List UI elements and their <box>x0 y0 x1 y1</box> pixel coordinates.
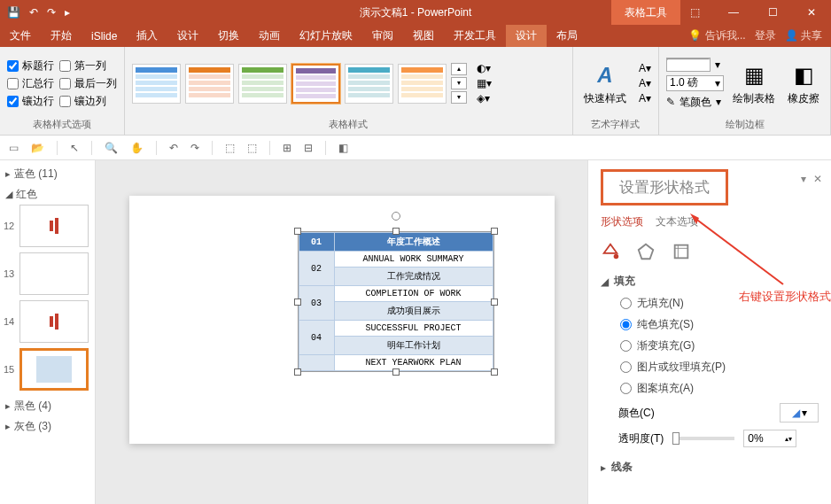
tb-new-icon[interactable]: ▭ <box>9 142 19 154</box>
draw-table-button[interactable]: ▦绘制表格 <box>729 59 779 108</box>
pen-color-dropdown[interactable]: ✎笔颜色▾ <box>666 95 724 110</box>
slide-thumb-12[interactable] <box>19 205 89 247</box>
login[interactable]: 登录 <box>755 28 776 43</box>
text-outline-dropdown[interactable]: A▾ <box>639 77 651 89</box>
size-props-icon[interactable] <box>672 242 691 261</box>
tb-open-icon[interactable]: 📂 <box>31 142 44 154</box>
tb-distribute-icon[interactable]: ⊟ <box>304 142 313 154</box>
tb-undo-icon[interactable]: ↶ <box>169 142 178 154</box>
tb-hand-icon[interactable]: ✋ <box>130 142 144 154</box>
cell-r7[interactable]: NEXT YEARWORK PLAN <box>334 355 493 371</box>
chk-header-row[interactable]: 标题行 <box>7 58 54 74</box>
section-line[interactable]: ▸ 线条 <box>601 460 819 475</box>
tb-zoom-icon[interactable]: 🔍 <box>105 142 118 154</box>
tab-table-layout[interactable]: 布局 <box>547 25 587 47</box>
tab-home[interactable]: 开始 <box>41 25 82 47</box>
table-object[interactable]: 01年度工作概述 02ANNUAL WORK SUMMARY 工作完成情况 03… <box>298 231 494 372</box>
tb-arrange-icon[interactable]: ◧ <box>338 142 348 154</box>
qat-start-icon[interactable]: ▸ <box>65 6 70 19</box>
pane-tab-text[interactable]: 文本选项 <box>656 214 698 229</box>
table-style-4[interactable] <box>291 64 340 104</box>
shading-dropdown[interactable]: ◐▾ <box>477 62 492 74</box>
quick-styles-button[interactable]: A 快速样式 <box>580 59 630 108</box>
tb-pointer-icon[interactable]: ↖ <box>70 142 79 154</box>
tb-ungroup-icon[interactable]: ⬚ <box>247 142 257 154</box>
cell-r1[interactable]: ANNUAL WORK SUMMARY <box>334 252 493 268</box>
table-style-6[interactable] <box>398 64 447 104</box>
qat-save-icon[interactable]: 💾 <box>7 6 20 19</box>
opt-pattern-fill[interactable]: 图案填充(A) <box>620 381 819 396</box>
qat-redo-icon[interactable]: ↷ <box>47 6 56 19</box>
resize-handle-se[interactable] <box>491 368 498 376</box>
qat-undo-icon[interactable]: ↶ <box>29 6 38 19</box>
resize-handle-w[interactable] <box>294 299 301 306</box>
effects-dropdown[interactable]: ◈▾ <box>477 92 492 105</box>
slide-thumb-13[interactable] <box>19 252 89 295</box>
tab-table-design[interactable]: 设计 <box>506 25 547 47</box>
table-style-1[interactable] <box>132 64 181 104</box>
text-fill-dropdown[interactable]: A▾ <box>639 62 651 74</box>
chk-first-col[interactable]: 第一列 <box>59 58 117 74</box>
chk-banded-cols[interactable]: 镶边列 <box>59 94 117 109</box>
rotate-handle[interactable] <box>392 212 400 221</box>
transparency-spinner[interactable]: 0%▴▾ <box>743 430 796 447</box>
resize-handle-sw[interactable] <box>294 368 301 376</box>
text-effects-dropdown[interactable]: A▾ <box>639 92 651 105</box>
table-style-2[interactable] <box>185 64 234 104</box>
slide-canvas[interactable]: 01年度工作概述 02ANNUAL WORK SUMMARY 工作完成情况 03… <box>129 196 555 444</box>
resize-handle-n[interactable] <box>392 228 400 235</box>
opt-solid-fill[interactable]: 纯色填充(S) <box>620 317 819 332</box>
slide-thumb-14[interactable] <box>19 300 89 343</box>
table-style-3[interactable] <box>238 64 287 104</box>
slide-canvas-area[interactable]: 01年度工作概述 02ANNUAL WORK SUMMARY 工作完成情况 03… <box>96 160 587 504</box>
resize-handle-s[interactable] <box>392 368 400 376</box>
chk-last-col[interactable]: 最后一列 <box>59 76 117 91</box>
category-blue[interactable]: ▸ 蓝色 (11) <box>4 164 91 184</box>
tab-slideshow[interactable]: 幻灯片放映 <box>290 25 362 47</box>
tab-review[interactable]: 审阅 <box>362 25 403 47</box>
section-fill[interactable]: ◢ 填充 <box>601 274 819 289</box>
cell-r2[interactable]: 工作完成情况 <box>334 268 493 286</box>
styles-next-icon[interactable]: ▾ <box>451 77 467 89</box>
fill-line-icon[interactable] <box>601 242 620 261</box>
eraser-button[interactable]: ◧橡皮擦 <box>784 59 823 108</box>
cell-h2[interactable]: 年度工作概述 <box>334 233 493 252</box>
tab-transitions[interactable]: 切换 <box>208 25 249 47</box>
minimize-icon[interactable]: — <box>714 0 753 25</box>
resize-handle-nw[interactable] <box>294 228 301 235</box>
tab-view[interactable]: 视图 <box>403 25 444 47</box>
slide-thumb-15[interactable] <box>19 348 89 391</box>
cell-n4[interactable]: 04 <box>299 321 334 355</box>
cell-n3[interactable]: 03 <box>299 286 334 321</box>
tab-insert[interactable]: 插入 <box>127 25 167 47</box>
tab-islide[interactable]: iSlide <box>82 25 127 47</box>
cell-r4[interactable]: 成功项目展示 <box>334 302 493 321</box>
borders-dropdown[interactable]: ▦▾ <box>477 77 492 89</box>
cell-n2[interactable]: 02 <box>299 252 334 286</box>
category-red[interactable]: ◢ 红色 <box>4 184 91 205</box>
tell-me[interactable]: 💡 告诉我... <box>688 28 745 43</box>
tab-developer[interactable]: 开发工具 <box>444 25 506 47</box>
close-icon[interactable]: ✕ <box>792 0 831 25</box>
category-gray[interactable]: ▸ 灰色 (3) <box>4 416 91 437</box>
chk-total-row[interactable]: 汇总行 <box>7 76 54 91</box>
share[interactable]: 👤 共享 <box>785 28 822 43</box>
pane-tab-shape[interactable]: 形状选项 <box>601 214 643 229</box>
table-content[interactable]: 01年度工作概述 02ANNUAL WORK SUMMARY 工作完成情况 03… <box>299 232 493 371</box>
resize-handle-ne[interactable] <box>491 228 498 235</box>
color-picker-button[interactable]: ◢▾ <box>780 403 819 423</box>
pane-options-icon[interactable]: ▾ <box>801 173 806 185</box>
chk-banded-rows[interactable]: 镶边行 <box>7 94 54 109</box>
table-style-5[interactable] <box>345 64 393 104</box>
pane-close-icon[interactable]: ✕ <box>813 173 822 185</box>
cell-r3[interactable]: COMPLETION OF WORK <box>334 286 493 302</box>
category-black[interactable]: ▸ 黑色 (4) <box>4 396 91 416</box>
resize-handle-e[interactable] <box>491 299 498 306</box>
cell-r5[interactable]: SUCCESSFUL PROJECT <box>334 321 493 337</box>
effects-icon[interactable] <box>636 242 656 261</box>
cell-h1[interactable]: 01 <box>299 233 334 252</box>
transparency-slider[interactable] <box>672 437 734 440</box>
cell-r6[interactable]: 明年工作计划 <box>334 337 493 355</box>
styles-prev-icon[interactable]: ▴ <box>451 63 467 75</box>
tb-align-icon[interactable]: ⊞ <box>283 142 291 154</box>
